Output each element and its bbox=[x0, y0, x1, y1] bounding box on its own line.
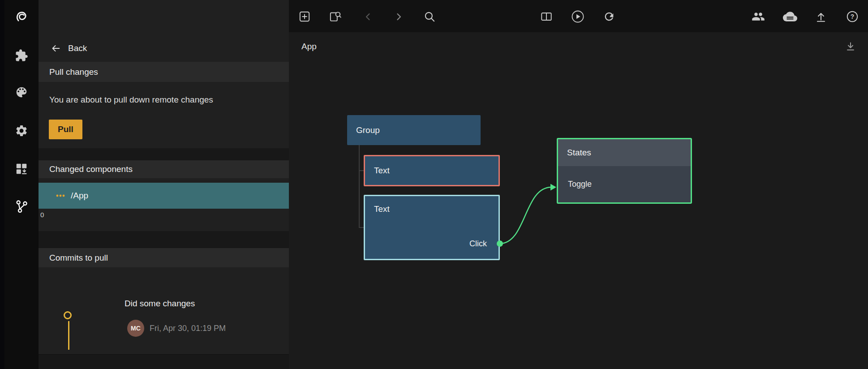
export-download-button[interactable] bbox=[842, 39, 859, 55]
theme-palette-icon[interactable] bbox=[12, 83, 31, 102]
node-text-conflict[interactable]: Text bbox=[364, 155, 500, 186]
cloud-sync-button[interactable] bbox=[782, 9, 798, 25]
add-component-button[interactable] bbox=[327, 9, 343, 25]
node-states[interactable]: States Toggle bbox=[557, 138, 692, 204]
app-logo-icon[interactable] bbox=[12, 7, 31, 26]
output-port-click[interactable]: Click bbox=[469, 239, 487, 249]
people-icon bbox=[752, 10, 765, 23]
svg-text:?: ? bbox=[851, 13, 855, 20]
changed-components-title: Changed components bbox=[49, 164, 133, 174]
states-row-toggle[interactable]: Toggle bbox=[558, 166, 691, 202]
stray-text: 0 bbox=[40, 211, 44, 219]
canvas-breadcrumb[interactable]: App bbox=[301, 42, 317, 51]
download-icon bbox=[844, 40, 857, 53]
help-button[interactable]: ? bbox=[844, 9, 860, 25]
upload-icon bbox=[814, 10, 828, 23]
editor-area: ? App Group Text Text Click States Toggl… bbox=[289, 0, 868, 369]
hierarchy-line bbox=[359, 145, 360, 227]
search-button[interactable] bbox=[421, 9, 438, 25]
search-icon bbox=[423, 10, 436, 23]
version-control-icon[interactable] bbox=[12, 197, 31, 215]
pull-button[interactable]: Pull bbox=[49, 120, 82, 139]
split-editor-button[interactable] bbox=[538, 9, 554, 25]
commit-avatar: MC bbox=[127, 320, 144, 337]
changed-component-item-app[interactable]: /App bbox=[39, 183, 289, 209]
pull-description: You are about to pull down remote change… bbox=[49, 95, 213, 105]
play-icon bbox=[571, 9, 585, 24]
activity-bar bbox=[4, 0, 39, 369]
editor-toolbar: ? bbox=[289, 0, 868, 32]
navigate-forward-button[interactable] bbox=[391, 9, 407, 25]
node-text-selected[interactable]: Text Click bbox=[364, 195, 500, 260]
push-upload-button[interactable] bbox=[813, 9, 829, 25]
components-library-icon[interactable] bbox=[12, 159, 31, 178]
node-states-header: States bbox=[558, 139, 691, 166]
connection-arrowhead bbox=[550, 184, 556, 191]
changed-components-header: Changed components bbox=[39, 160, 289, 178]
section-divider bbox=[39, 231, 289, 248]
back-arrow-icon bbox=[50, 43, 62, 54]
pull-changes-title: Pull changes bbox=[49, 67, 98, 77]
commit-timeline bbox=[68, 321, 69, 350]
chevron-left-icon bbox=[362, 10, 374, 23]
pull-changes-header: Pull changes bbox=[39, 62, 289, 82]
split-view-icon bbox=[540, 10, 553, 23]
collaborators-button[interactable] bbox=[750, 9, 766, 25]
commit-marker-icon bbox=[64, 311, 72, 319]
avatar-initials: MC bbox=[131, 325, 141, 332]
commit-timestamp: Fri, Apr 30, 01:19 PM bbox=[150, 324, 226, 333]
section-divider bbox=[39, 148, 289, 160]
changed-ellipsis-icon bbox=[56, 191, 65, 201]
commit-title: Did some changes bbox=[125, 299, 195, 309]
back-button[interactable]: Back bbox=[39, 38, 289, 59]
node-group-label: Group bbox=[356, 125, 380, 135]
add-node-icon bbox=[298, 10, 311, 23]
navigate-back-button[interactable] bbox=[360, 9, 376, 25]
background-window-edge bbox=[0, 0, 4, 369]
refresh-button[interactable] bbox=[601, 9, 617, 25]
commits-to-pull-header: Commits to pull bbox=[39, 248, 289, 267]
version-control-panel: Back Pull changes You are about to pull … bbox=[39, 0, 289, 369]
plugins-icon[interactable] bbox=[12, 46, 31, 65]
refresh-icon bbox=[603, 10, 615, 23]
chevron-right-icon bbox=[392, 10, 405, 23]
settings-gear-icon[interactable] bbox=[12, 121, 31, 140]
node-text-label: Text bbox=[374, 204, 390, 214]
preview-play-button[interactable] bbox=[570, 9, 586, 25]
changed-component-label: /App bbox=[71, 191, 88, 201]
collapsed-section-strip bbox=[39, 354, 289, 369]
cloud-icon bbox=[783, 9, 797, 24]
component-search-icon bbox=[328, 10, 342, 23]
commits-to-pull-title: Commits to pull bbox=[49, 253, 108, 263]
back-label: Back bbox=[68, 43, 87, 53]
help-icon: ? bbox=[846, 10, 859, 23]
node-group[interactable]: Group bbox=[347, 115, 481, 145]
node-text-label: Text bbox=[374, 166, 390, 176]
add-node-button[interactable] bbox=[296, 9, 313, 25]
